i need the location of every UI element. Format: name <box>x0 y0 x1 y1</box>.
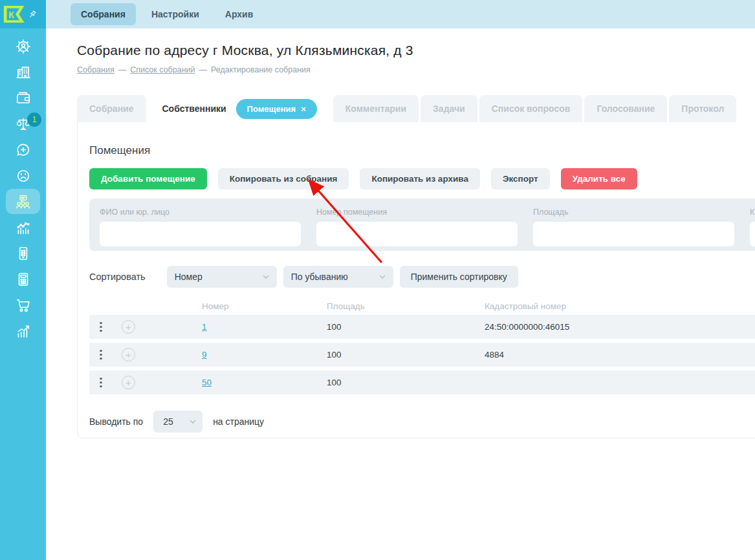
pagination-suffix: на страницу <box>213 416 264 427</box>
chevron-down-icon <box>190 420 196 424</box>
filter-field-name: ФИО или юр. лицо <box>100 208 301 251</box>
sidebar-item-phone[interactable] <box>0 241 46 266</box>
svg-text:К: К <box>8 10 14 20</box>
per-page-value: 25 <box>163 416 173 427</box>
filter-label: Площадь <box>533 208 734 217</box>
premise-number-link[interactable]: 1 <box>202 322 327 332</box>
chevron-down-icon <box>379 275 386 279</box>
sort-field-select[interactable]: Номер <box>167 266 277 288</box>
filter-label: Номер помещения <box>316 208 518 217</box>
building-icon <box>15 64 32 81</box>
filter-area-input[interactable] <box>533 222 734 246</box>
breadcrumb-separator: — <box>118 65 127 74</box>
sidebar-item-store[interactable] <box>0 292 46 318</box>
copy-from-meeting-button[interactable]: Копировать из собрания <box>218 168 349 189</box>
copy-from-archive-button[interactable]: Копировать из архива <box>360 168 480 189</box>
filter-label: К <box>750 208 755 217</box>
page-title: Собрание по адресу г Москва, ул Клязьмин… <box>77 43 413 58</box>
close-icon[interactable]: × <box>301 104 306 114</box>
sidebar-item-legal[interactable]: 1 <box>0 111 46 137</box>
breadcrumb-current: Редактирование собрания <box>211 65 311 74</box>
sidebar-item-meetings[interactable] <box>0 189 46 215</box>
filter-field-area: Площадь <box>533 208 734 251</box>
sidebar-item-wallet[interactable] <box>0 85 46 111</box>
breadcrumb-meeting-list[interactable]: Список собраний <box>130 65 195 74</box>
premises-panel: Помещения Добавить помещение Копировать … <box>77 122 755 438</box>
sidebar-item-calculator[interactable] <box>0 266 46 292</box>
sad-face-icon <box>15 167 32 184</box>
pin-icon[interactable] <box>27 8 38 21</box>
tab-voting[interactable]: Голосование <box>584 95 667 122</box>
sidebar-item-complaints[interactable] <box>0 163 46 189</box>
notification-badge: 1 <box>27 113 41 127</box>
logo-banner-icon: К <box>3 3 27 26</box>
sidebar-item-reports[interactable] <box>0 318 46 344</box>
sort-controls: Сортировать Номер По убыванию Применить … <box>89 266 755 288</box>
meeting-tabs: Собрание Собственники Помещения × Коммен… <box>77 95 738 122</box>
filter-cadastral-input[interactable] <box>750 222 755 246</box>
app-logo[interactable]: К <box>0 0 46 28</box>
premise-area: 100 <box>327 322 485 332</box>
sidebar: К <box>0 0 46 560</box>
top-nav-meetings[interactable]: Собрания <box>71 3 136 25</box>
tab-owners[interactable]: Собственники Помещения × <box>148 95 331 122</box>
sidebar-nav: 1 <box>0 34 46 344</box>
sidebar-item-buildings[interactable] <box>0 59 46 85</box>
tab-question-list[interactable]: Список вопросов <box>479 95 583 122</box>
premise-area: 100 <box>327 350 485 360</box>
row-menu-icon[interactable] <box>100 378 102 388</box>
gear-user-icon <box>15 38 32 55</box>
top-nav-archive[interactable]: Архив <box>215 3 263 25</box>
table-row: + 50 100 <box>89 371 755 394</box>
premise-cadastral: 24:50:0000000:46015 <box>485 322 755 332</box>
row-add-icon[interactable]: + <box>122 376 135 389</box>
tab-chip-label: Помещения <box>247 104 296 114</box>
main-content: Собрание по адресу г Москва, ул Клязьмин… <box>46 28 755 560</box>
pagination: Выводить по 25 на страницу <box>89 411 755 433</box>
chevron-down-icon <box>263 275 269 279</box>
analytics-icon <box>15 219 32 236</box>
section-heading: Помещения <box>89 144 755 157</box>
column-header-area: Площадь <box>327 301 485 311</box>
table-row: + 9 100 4884 <box>89 343 755 367</box>
sidebar-item-admin[interactable] <box>0 34 46 59</box>
sort-field-value: Номер <box>175 272 202 282</box>
calculator-icon <box>15 271 32 288</box>
action-buttons: Добавить помещение Копировать из собрани… <box>89 168 755 189</box>
table-row: + 1 100 24:50:0000000:46015 <box>89 315 755 339</box>
filter-field-premise-number: Номер помещения <box>316 208 518 251</box>
tab-protocol[interactable]: Протокол <box>669 95 736 122</box>
tab-comments[interactable]: Комментарии <box>333 95 419 122</box>
tab-owners-label: Собственники <box>162 103 226 114</box>
sidebar-item-analytics[interactable] <box>0 215 46 241</box>
row-menu-icon[interactable] <box>100 350 102 360</box>
filter-panel: ФИО или юр. лицо Номер помещения Площадь… <box>89 199 755 251</box>
premise-number-link[interactable]: 9 <box>202 350 327 360</box>
premise-number-link[interactable]: 50 <box>202 378 327 387</box>
filter-name-input[interactable] <box>100 222 301 246</box>
premise-cadastral: 4884 <box>485 350 755 360</box>
breadcrumb-meetings[interactable]: Собрания <box>77 65 115 74</box>
delete-all-button[interactable]: Удалить все <box>561 168 637 189</box>
column-header-number: Номер <box>202 301 327 311</box>
export-button[interactable]: Экспорт <box>491 168 550 189</box>
top-nav-settings[interactable]: Настройки <box>141 3 210 25</box>
tab-tasks[interactable]: Задачи <box>421 95 477 122</box>
cart-icon <box>15 297 32 314</box>
filter-premise-number-input[interactable] <box>316 222 518 246</box>
table-header: Номер Площадь Кадастровый номер <box>89 297 755 315</box>
tab-chip-premises[interactable]: Помещения × <box>236 99 317 119</box>
sort-direction-select[interactable]: По убыванию <box>283 266 393 288</box>
per-page-select[interactable]: 25 <box>153 411 202 433</box>
row-menu-icon[interactable] <box>100 322 102 332</box>
tab-meeting[interactable]: Собрание <box>77 95 146 122</box>
sidebar-item-new-chat[interactable] <box>0 137 46 163</box>
row-add-icon[interactable]: + <box>122 320 135 334</box>
top-nav-bar: Собрания Настройки Архив <box>46 0 755 28</box>
apply-sort-button[interactable]: Применить сортировку <box>400 266 518 288</box>
sort-direction-value: По убыванию <box>291 272 348 282</box>
row-add-icon[interactable]: + <box>122 348 135 361</box>
growth-chart-icon <box>15 323 32 339</box>
column-header-cadastral: Кадастровый номер <box>485 301 755 311</box>
add-premise-button[interactable]: Добавить помещение <box>89 168 207 189</box>
